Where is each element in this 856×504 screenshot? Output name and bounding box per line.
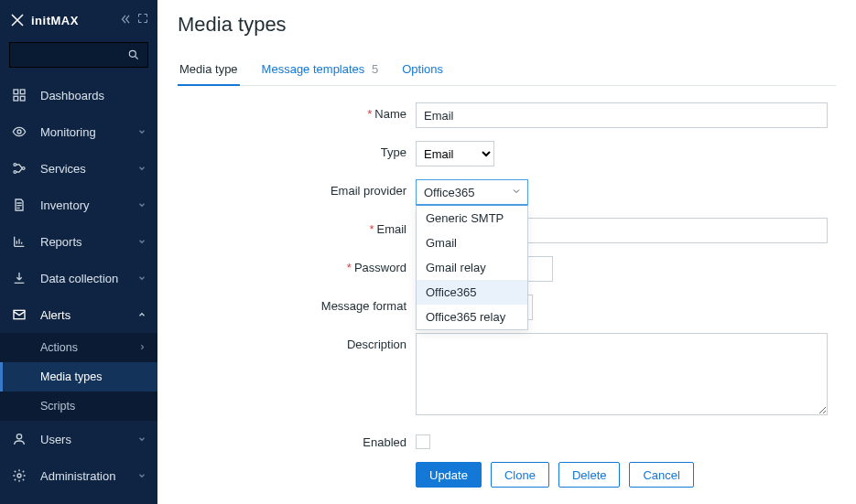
sidebar-item-reports[interactable]: Reports xyxy=(0,223,157,260)
svg-point-0 xyxy=(129,50,135,57)
chevron-down-icon xyxy=(137,125,146,139)
label-email: *Email xyxy=(178,218,416,236)
sidebar-item-data-collection[interactable]: Data collection xyxy=(0,260,157,296)
clone-button[interactable]: Clone xyxy=(491,462,549,488)
sidebar-header: initMAX xyxy=(0,0,157,40)
tab-count: 5 xyxy=(372,62,378,76)
sidebar-nav: Dashboards Monitoring Services Inventory… xyxy=(0,77,157,494)
chevron-down-icon xyxy=(137,469,146,483)
sidebar-item-users[interactable]: Users xyxy=(0,421,157,457)
chart-icon xyxy=(11,234,27,249)
brand-logo[interactable]: initMAX xyxy=(9,12,79,28)
svg-point-10 xyxy=(16,434,21,439)
sidebar-item-alerts[interactable]: Alerts xyxy=(0,296,157,333)
svg-rect-4 xyxy=(20,96,25,101)
sidebar-item-label: Inventory xyxy=(40,198,89,212)
email-provider-dropdown: Generic SMTP Gmail Gmail relay Office365… xyxy=(416,205,528,330)
chevron-down-icon xyxy=(137,162,146,176)
svg-point-6 xyxy=(14,164,16,166)
cancel-button[interactable]: Cancel xyxy=(629,462,693,488)
sidebar-item-label: Data collection xyxy=(40,272,118,285)
services-icon xyxy=(11,161,27,176)
label-type: Type xyxy=(178,141,416,159)
svg-rect-1 xyxy=(14,90,18,94)
sidebar-sub-media-types[interactable]: Media types xyxy=(0,362,157,391)
sidebar-sub-label: Media types xyxy=(40,370,102,383)
sidebar-item-label: Users xyxy=(40,433,71,446)
label-enabled: Enabled xyxy=(178,431,416,449)
enabled-checkbox[interactable] xyxy=(416,434,430,449)
sidebar-item-label: Reports xyxy=(40,235,82,249)
name-input[interactable] xyxy=(416,102,828,128)
sidebar-item-label: Alerts xyxy=(40,308,70,322)
sidebar: initMAX Dashboards Monitoring Services xyxy=(0,0,157,504)
label-name: *Name xyxy=(178,102,416,121)
tab-message-templates[interactable]: Message templates 5 xyxy=(260,53,381,85)
form-buttons: Update Clone Delete Cancel xyxy=(416,462,836,488)
tabs: Media type Message templates 5 Options xyxy=(178,53,836,86)
label-password: *Password xyxy=(178,256,416,274)
sidebar-item-services[interactable]: Services xyxy=(0,150,157,187)
sidebar-item-inventory[interactable]: Inventory xyxy=(0,187,157,223)
svg-point-11 xyxy=(17,474,21,477)
mail-icon xyxy=(11,307,27,322)
sidebar-item-label: Dashboards xyxy=(40,89,104,102)
sidebar-item-label: Monitoring xyxy=(40,125,96,139)
type-select[interactable]: Email xyxy=(416,141,494,166)
svg-point-8 xyxy=(22,167,25,170)
fullscreen-icon[interactable] xyxy=(137,13,148,28)
chevron-down-icon xyxy=(137,235,146,249)
page-title: Media types xyxy=(178,13,836,37)
gear-icon xyxy=(11,468,27,483)
chevron-down-icon xyxy=(511,186,522,199)
svg-rect-3 xyxy=(14,96,18,101)
search-icon xyxy=(127,48,140,61)
delete-button[interactable]: Delete xyxy=(558,462,621,488)
chevron-down-icon xyxy=(137,433,146,446)
email-provider-value: Office365 xyxy=(424,186,474,199)
sidebar-subnav-alerts: Actions Media types Scripts xyxy=(0,333,157,421)
label-message-format: Message format xyxy=(178,295,416,313)
media-type-form: *Name Type Email Email provider Office36… xyxy=(178,102,836,488)
provider-option-office365[interactable]: Office365 xyxy=(417,280,527,305)
sidebar-sub-label: Scripts xyxy=(40,400,75,413)
tab-media-type[interactable]: Media type xyxy=(178,53,240,85)
sidebar-sub-scripts[interactable]: Scripts xyxy=(0,391,157,421)
sidebar-item-label: Administration xyxy=(40,469,115,483)
sidebar-item-administration[interactable]: Administration xyxy=(0,457,157,494)
tab-label: Options xyxy=(402,62,443,76)
chevron-down-icon xyxy=(137,272,146,285)
chevron-down-icon xyxy=(137,198,146,212)
provider-option-gmail-relay[interactable]: Gmail relay xyxy=(417,255,527,280)
label-email-provider: Email provider xyxy=(178,179,416,198)
description-textarea[interactable] xyxy=(416,333,828,415)
svg-point-7 xyxy=(14,171,16,174)
chevron-right-icon xyxy=(138,341,146,354)
dashboard-icon xyxy=(11,88,27,102)
collapse-sidebar-icon[interactable] xyxy=(119,13,132,28)
provider-option-gmail[interactable]: Gmail xyxy=(417,231,527,255)
chevron-up-icon xyxy=(137,308,146,322)
label-description: Description xyxy=(178,333,416,351)
svg-rect-2 xyxy=(20,90,25,94)
main-content: Media types Media type Message templates… xyxy=(157,0,856,504)
provider-option-office365-relay[interactable]: Office365 relay xyxy=(417,305,527,329)
download-icon xyxy=(11,271,27,285)
sidebar-sub-actions[interactable]: Actions xyxy=(0,333,157,362)
search-input[interactable] xyxy=(9,42,148,68)
provider-option-generic-smtp[interactable]: Generic SMTP xyxy=(417,206,527,231)
document-icon xyxy=(11,198,27,212)
sidebar-sub-label: Actions xyxy=(40,341,78,354)
update-button[interactable]: Update xyxy=(416,462,482,488)
logo-icon xyxy=(9,12,26,28)
sidebar-item-monitoring[interactable]: Monitoring xyxy=(0,113,157,150)
tab-label: Media type xyxy=(179,62,238,76)
user-icon xyxy=(11,432,27,446)
svg-point-5 xyxy=(17,130,21,134)
brand-name: initMAX xyxy=(31,14,79,27)
email-provider-select[interactable]: Office365 xyxy=(416,179,528,205)
sidebar-item-dashboards[interactable]: Dashboards xyxy=(0,77,157,113)
tab-options[interactable]: Options xyxy=(400,53,445,85)
eye-icon xyxy=(11,124,27,139)
sidebar-item-label: Services xyxy=(40,162,86,176)
